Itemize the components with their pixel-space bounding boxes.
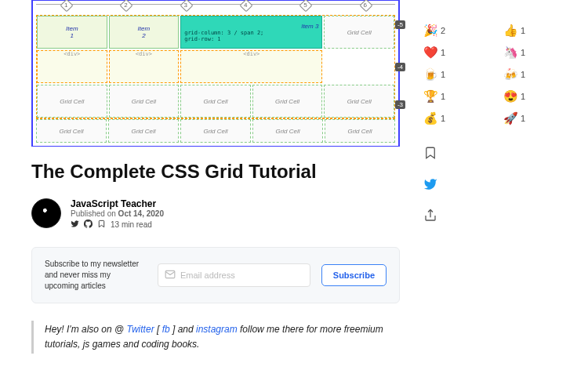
reaction-item[interactable]: ❤️1: [423, 45, 485, 60]
author-name[interactable]: JavaScript Teacher: [71, 198, 164, 209]
reaction-count: 1: [441, 92, 445, 101]
reactions-grid: 🎉2👍1❤️1🦄1🍺1🍻1🏆1😍1💰1🚀1: [423, 24, 564, 125]
row-marker: -3: [395, 100, 405, 109]
reaction-item[interactable]: 🍻1: [503, 67, 564, 82]
reaction-icon: 💰: [423, 111, 437, 125]
reaction-item[interactable]: 🚀1: [503, 111, 564, 125]
reaction-count: 1: [441, 114, 445, 123]
reaction-icon: 🍻: [503, 67, 517, 82]
grid-cell: Grid Cell: [108, 119, 179, 143]
grid-column-headers: 123456: [36, 4, 395, 15]
bookmark-button[interactable]: [423, 146, 437, 163]
intro-callout: Hey! I'm also on @ Twitter [ fb ] and in…: [31, 321, 400, 354]
twitter-link[interactable]: Twitter: [127, 324, 154, 335]
share-button[interactable]: [423, 209, 437, 226]
grid-cell: Grid Cell: [109, 85, 180, 118]
reaction-count: 1: [521, 26, 525, 35]
reaction-count: 1: [441, 70, 445, 79]
reaction-icon: 🎉: [423, 24, 437, 38]
reaction-item[interactable]: 👍1: [503, 24, 564, 38]
grid-item-3: Item 3grid-column: 3 / span 2;grid-row: …: [180, 16, 322, 49]
grid-cell: Grid Cell: [37, 85, 107, 118]
grid-cell: Grid Cell: [180, 119, 251, 143]
grid-cell: Grid Cell: [324, 16, 394, 49]
reaction-count: 1: [521, 92, 525, 101]
newsletter-box: Subscribe to my newsletter and never mis…: [31, 247, 400, 303]
reaction-icon: 😍: [503, 89, 517, 103]
reaction-icon: ❤️: [423, 45, 437, 60]
tweet-button[interactable]: [423, 177, 437, 194]
grid-cell: Grid Cell: [325, 119, 395, 143]
reaction-item[interactable]: 😍1: [503, 89, 564, 103]
grid-cell: Grid Cell: [252, 119, 323, 143]
mail-icon: [165, 269, 176, 281]
div-cell: <div>: [37, 50, 107, 83]
reaction-item[interactable]: 🎉2: [423, 24, 485, 38]
reaction-item[interactable]: 🍺1: [423, 67, 485, 82]
reaction-count: 1: [441, 48, 445, 57]
hero-grid-illustration: 123456 Item1 Item2 Item 3grid-column: 3 …: [31, 0, 400, 147]
twitter-icon[interactable]: [71, 220, 79, 230]
reaction-count: 1: [521, 114, 525, 123]
grid-cell: Grid Cell: [324, 85, 394, 118]
fb-link[interactable]: fb: [162, 324, 170, 335]
publish-date: Published on Oct 14, 2020: [71, 209, 164, 218]
reaction-icon: 👍: [503, 24, 517, 38]
div-cell: <div>: [180, 50, 322, 83]
instagram-link[interactable]: instagram: [196, 324, 238, 335]
email-input[interactable]: [180, 270, 303, 280]
reaction-icon: 🦄: [503, 45, 517, 60]
reaction-item[interactable]: 🏆1: [423, 89, 485, 103]
newsletter-text: Subscribe to my newsletter and never mis…: [45, 259, 147, 292]
reaction-item[interactable]: 💰1: [423, 111, 485, 125]
grid-cell: Grid Cell: [36, 119, 107, 143]
row-marker: -4: [395, 63, 405, 71]
article-title: The Complete CSS Grid Tutorial: [31, 161, 400, 183]
reaction-icon: 🍺: [423, 67, 437, 82]
github-icon[interactable]: [84, 220, 93, 230]
row-marker: -5: [395, 20, 405, 29]
reaction-icon: 🏆: [423, 89, 437, 103]
reaction-item[interactable]: 🦄1: [503, 45, 564, 60]
reaction-count: 1: [521, 70, 525, 79]
grid-item-2: Item2: [109, 16, 180, 49]
subscribe-button[interactable]: Subscribe: [321, 264, 387, 286]
author-block: JavaScript Teacher Published on Oct 14, …: [31, 198, 400, 230]
reaction-count: 1: [521, 48, 525, 57]
avatar[interactable]: [31, 198, 61, 228]
grid-cell: Grid Cell: [180, 85, 251, 118]
grid-item-1: Item1: [37, 16, 107, 49]
div-cell: <div>: [109, 50, 180, 83]
grid-cell: Grid Cell: [252, 85, 323, 118]
read-time: 13 min read: [111, 220, 152, 229]
bookmark-icon: [97, 220, 106, 230]
reaction-count: 2: [441, 26, 445, 35]
reaction-icon: 🚀: [503, 111, 517, 125]
